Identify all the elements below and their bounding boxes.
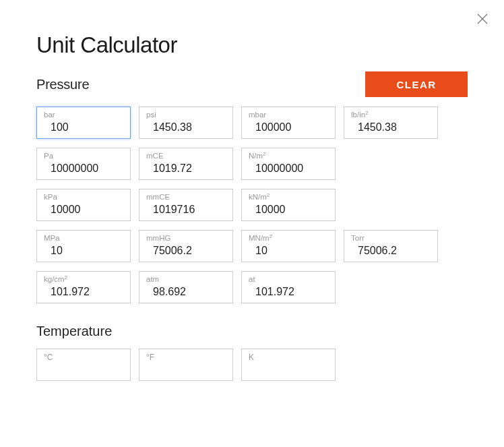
- pressure-field[interactable]: mCE: [139, 148, 233, 180]
- field-label: mmCE: [146, 193, 226, 202]
- field-input[interactable]: [44, 244, 123, 258]
- field-label: atm: [146, 275, 226, 285]
- pressure-field[interactable]: MPa: [36, 230, 131, 262]
- pressure-heading: Pressure: [36, 77, 89, 92]
- pressure-field[interactable]: at: [241, 271, 336, 303]
- grid-spacer: [344, 189, 438, 221]
- field-input[interactable]: [351, 121, 431, 135]
- pressure-field[interactable]: MN/m2: [241, 230, 336, 262]
- clear-button[interactable]: CLEAR: [365, 71, 468, 97]
- field-label: MN/m2: [249, 234, 328, 243]
- page-title: Unit Calculator: [36, 32, 468, 58]
- temperature-field[interactable]: °F: [139, 349, 233, 381]
- field-label: MPa: [44, 234, 123, 243]
- field-input[interactable]: [351, 244, 431, 258]
- pressure-field[interactable]: bar: [36, 107, 131, 139]
- pressure-field[interactable]: kN/m2: [241, 189, 336, 221]
- field-label: K: [249, 353, 328, 362]
- field-label: Torr: [351, 234, 431, 243]
- pressure-field[interactable]: mmHG: [139, 230, 233, 262]
- field-label: mbar: [249, 111, 328, 120]
- pressure-grid: barpsimbarlb/in2PamCEN/m2kPammCEkN/m2MPa…: [36, 107, 468, 303]
- pressure-field[interactable]: N/m2: [241, 148, 336, 180]
- field-input[interactable]: [44, 362, 123, 374]
- field-label: kPa: [44, 193, 123, 202]
- pressure-field[interactable]: kg/cm2: [36, 271, 131, 303]
- field-input[interactable]: [249, 285, 328, 299]
- field-input[interactable]: [249, 162, 328, 176]
- field-input[interactable]: [44, 121, 123, 135]
- pressure-field[interactable]: kPa: [36, 189, 131, 221]
- pressure-field[interactable]: atm: [139, 271, 233, 303]
- field-input[interactable]: [249, 121, 328, 135]
- field-input[interactable]: [249, 244, 328, 258]
- pressure-field[interactable]: lb/in2: [344, 107, 438, 139]
- field-input[interactable]: [146, 285, 226, 299]
- field-input[interactable]: [146, 162, 226, 176]
- pressure-field[interactable]: mbar: [241, 107, 336, 139]
- field-label: °F: [146, 353, 226, 362]
- field-label: kN/m2: [249, 193, 328, 202]
- close-icon[interactable]: [476, 12, 489, 26]
- pressure-field[interactable]: Pa: [36, 148, 131, 180]
- field-input[interactable]: [44, 203, 123, 217]
- field-label: bar: [44, 111, 123, 120]
- temperature-field[interactable]: °C: [36, 349, 131, 381]
- field-label: psi: [146, 111, 226, 120]
- field-label: °C: [44, 353, 123, 362]
- grid-spacer: [344, 148, 438, 180]
- field-input[interactable]: [146, 121, 226, 135]
- field-label: N/m2: [249, 152, 328, 161]
- field-label: at: [249, 275, 328, 285]
- pressure-field[interactable]: psi: [139, 107, 233, 139]
- field-input[interactable]: [249, 362, 328, 374]
- temperature-heading: Temperature: [36, 324, 468, 339]
- temperature-grid: °C°FK: [36, 349, 468, 381]
- field-label: mCE: [146, 152, 226, 161]
- field-input[interactable]: [44, 162, 123, 176]
- field-label: kg/cm2: [44, 275, 123, 285]
- pressure-field[interactable]: Torr: [344, 230, 438, 262]
- field-label: Pa: [44, 152, 123, 161]
- field-input[interactable]: [146, 362, 226, 374]
- field-input[interactable]: [44, 285, 123, 299]
- field-label: mmHG: [146, 234, 226, 243]
- field-input[interactable]: [249, 203, 328, 217]
- field-input[interactable]: [146, 203, 226, 217]
- temperature-field[interactable]: K: [241, 349, 336, 381]
- pressure-field[interactable]: mmCE: [139, 189, 233, 221]
- field-input[interactable]: [146, 244, 226, 258]
- field-label: lb/in2: [351, 111, 431, 120]
